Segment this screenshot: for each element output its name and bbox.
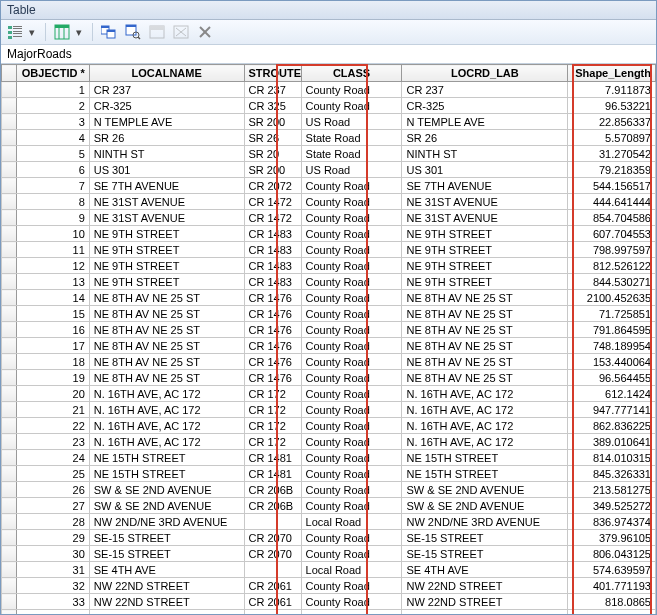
table-row[interactable]: 31SE 4TH AVELocal RoadSE 4TH AVE574.6395… <box>2 562 656 578</box>
row-selector[interactable] <box>2 242 17 258</box>
col-objectid[interactable]: OBJECTID * <box>17 65 89 82</box>
clear-selection-icon[interactable] <box>173 24 189 40</box>
row-selector[interactable] <box>2 514 17 530</box>
table-options-dropdown[interactable]: ▾ <box>74 24 84 40</box>
table-row[interactable]: 24NE 15TH STREETCR 1481County RoadNE 15T… <box>2 450 656 466</box>
table-row[interactable]: 10NE 9TH STREETCR 1483County RoadNE 9TH … <box>2 226 656 242</box>
row-selector[interactable] <box>2 530 17 546</box>
cell-shapelength: 612.1424 <box>568 386 656 402</box>
table-row[interactable]: 22N. 16TH AVE, AC 172CR 172County RoadN.… <box>2 418 656 434</box>
table-row[interactable]: 25NE 15TH STREETCR 1481County RoadNE 15T… <box>2 466 656 482</box>
cell-locrdlab: SE 4TH AVE <box>402 562 568 578</box>
cell-shapelength: 389.010641 <box>568 434 656 450</box>
table-row[interactable]: 26SW & SE 2ND AVENUECR 206BCounty RoadSW… <box>2 482 656 498</box>
row-selector[interactable] <box>2 98 17 114</box>
table-row[interactable]: 16NE 8TH AV NE 25 STCR 1476County RoadNE… <box>2 322 656 338</box>
row-selector[interactable] <box>2 546 17 562</box>
row-selector[interactable] <box>2 370 17 386</box>
related-tables-icon[interactable] <box>101 24 117 40</box>
row-selector[interactable] <box>2 130 17 146</box>
table-row[interactable]: 19NE 8TH AV NE 25 STCR 1476County RoadNE… <box>2 370 656 386</box>
table-row[interactable]: 1CR 237CR 237County RoadCR 2377.911873 <box>2 82 656 98</box>
row-selector[interactable] <box>2 290 17 306</box>
table-row[interactable]: 8NE 31ST AVENUECR 1472County RoadNE 31ST… <box>2 194 656 210</box>
table-row[interactable]: 33NW 22ND STREETCR 2061County RoadNW 22N… <box>2 594 656 610</box>
row-selector[interactable] <box>2 354 17 370</box>
cell-localname: N. 16TH AVE, AC 172 <box>89 402 244 418</box>
cell-locrdlab: NE 8TH AV NE 25 ST <box>402 322 568 338</box>
row-selector[interactable] <box>2 418 17 434</box>
table-row[interactable]: 21N. 16TH AVE, AC 172CR 172County RoadN.… <box>2 402 656 418</box>
cell-objectid: 5 <box>17 146 89 162</box>
table-row[interactable]: 2CR-325CR 325County RoadCR-32596.53221 <box>2 98 656 114</box>
list-by-dropdown[interactable]: ▾ <box>27 24 37 40</box>
col-localname[interactable]: LOCALNAME <box>89 65 244 82</box>
row-selector[interactable] <box>2 178 17 194</box>
row-selector[interactable] <box>2 274 17 290</box>
table-row[interactable]: 14NE 8TH AV NE 25 STCR 1476County RoadNE… <box>2 290 656 306</box>
row-selector[interactable] <box>2 434 17 450</box>
row-selector[interactable] <box>2 114 17 130</box>
svg-rect-9 <box>55 25 69 28</box>
table-row[interactable]: 27SW & SE 2ND AVENUECR 206BCounty RoadSW… <box>2 498 656 514</box>
row-selector[interactable] <box>2 338 17 354</box>
row-selector[interactable] <box>2 194 17 210</box>
row-selector[interactable] <box>2 610 17 615</box>
row-selector[interactable] <box>2 306 17 322</box>
row-selector[interactable] <box>2 562 17 578</box>
col-class[interactable]: CLASS <box>301 65 402 82</box>
svg-line-19 <box>138 37 140 39</box>
col-locrdlab[interactable]: LOCRD_LAB <box>402 65 568 82</box>
cell-locrdlab: NW 22ND STREET <box>402 594 568 610</box>
table-row[interactable]: 34NW 5TH AVENUECR 2064County RoadNW 5TH … <box>2 610 656 615</box>
table-row[interactable]: 29SE-15 STREETCR 2070County RoadSE-15 ST… <box>2 530 656 546</box>
list-by-icon[interactable] <box>7 24 23 40</box>
row-selector[interactable] <box>2 210 17 226</box>
table-row[interactable]: 30SE-15 STREETCR 2070County RoadSE-15 ST… <box>2 546 656 562</box>
row-selector[interactable] <box>2 578 17 594</box>
col-stroute[interactable]: STROUTE <box>244 65 301 82</box>
row-selector[interactable] <box>2 450 17 466</box>
table-row[interactable]: 13NE 9TH STREETCR 1483County RoadNE 9TH … <box>2 274 656 290</box>
row-selector[interactable] <box>2 146 17 162</box>
table-row[interactable]: 3N TEMPLE AVESR 200US RoadN TEMPLE AVE22… <box>2 114 656 130</box>
row-selector[interactable] <box>2 498 17 514</box>
table-options-icon[interactable] <box>54 24 70 40</box>
cell-locrdlab: NE 8TH AV NE 25 ST <box>402 290 568 306</box>
table-row[interactable]: 5NINTH STSR 20State RoadNINTH ST31.27054… <box>2 146 656 162</box>
row-selector[interactable] <box>2 402 17 418</box>
select-by-attributes-icon[interactable] <box>125 24 141 40</box>
table-row[interactable]: 18NE 8TH AV NE 25 STCR 1476County RoadNE… <box>2 354 656 370</box>
cell-stroute: SR 20 <box>244 146 301 162</box>
cell-shapelength: 791.864595 <box>568 322 656 338</box>
switch-selection-icon[interactable] <box>149 24 165 40</box>
row-selector[interactable] <box>2 386 17 402</box>
table-row[interactable]: 7SE 7TH AVENUECR 2072County RoadSE 7TH A… <box>2 178 656 194</box>
row-selector[interactable] <box>2 162 17 178</box>
table-row[interactable]: 23N. 16TH AVE, AC 172CR 172County RoadN.… <box>2 434 656 450</box>
row-selector[interactable] <box>2 594 17 610</box>
cell-class: County Road <box>301 258 402 274</box>
table-row[interactable]: 12NE 9TH STREETCR 1483County RoadNE 9TH … <box>2 258 656 274</box>
col-shapelength[interactable]: Shape_Length <box>568 65 656 82</box>
table-row[interactable]: 11NE 9TH STREETCR 1483County RoadNE 9TH … <box>2 242 656 258</box>
row-selector[interactable] <box>2 322 17 338</box>
row-selector[interactable] <box>2 258 17 274</box>
row-selector[interactable] <box>2 466 17 482</box>
table-row[interactable]: 9NE 31ST AVENUECR 1472County RoadNE 31ST… <box>2 210 656 226</box>
table-row[interactable]: 28NW 2ND/NE 3RD AVENUELocal RoadNW 2ND/N… <box>2 514 656 530</box>
table-row[interactable]: 20N. 16TH AVE, AC 172CR 172County RoadN.… <box>2 386 656 402</box>
row-selector-header[interactable] <box>2 65 17 82</box>
table-row[interactable]: 6US 301SR 200US RoadUS 30179.218359 <box>2 162 656 178</box>
cell-localname: NE 31ST AVENUE <box>89 194 244 210</box>
row-selector[interactable] <box>2 82 17 98</box>
cell-locrdlab: SE 7TH AVENUE <box>402 178 568 194</box>
row-selector[interactable] <box>2 482 17 498</box>
table-row[interactable]: 17NE 8TH AV NE 25 STCR 1476County RoadNE… <box>2 338 656 354</box>
table-row[interactable]: 4SR 26SR 26State RoadSR 265.570897 <box>2 130 656 146</box>
cell-stroute: CR 1483 <box>244 274 301 290</box>
table-row[interactable]: 15NE 8TH AV NE 25 STCR 1476County RoadNE… <box>2 306 656 322</box>
row-selector[interactable] <box>2 226 17 242</box>
close-icon[interactable] <box>197 24 213 40</box>
table-row[interactable]: 32NW 22ND STREETCR 2061County RoadNW 22N… <box>2 578 656 594</box>
